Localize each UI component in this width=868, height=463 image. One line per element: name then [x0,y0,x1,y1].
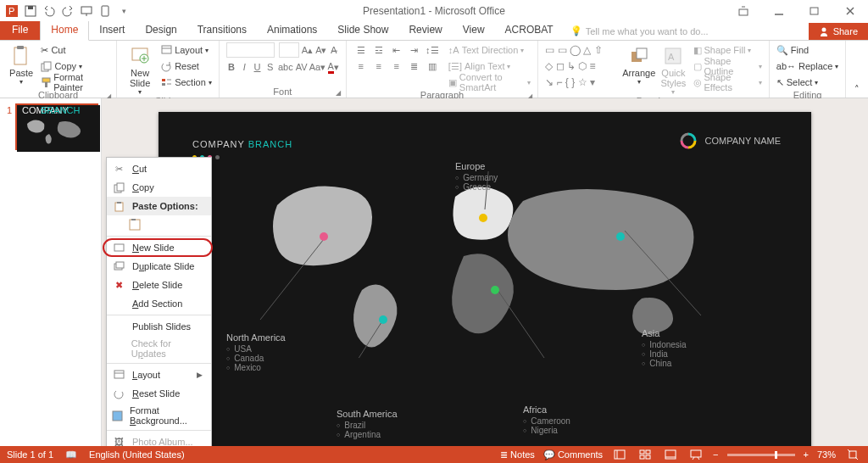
slide-editor[interactable]: COMPANY BRANCH COMPANY NAME [102,98,868,446]
pin-eu[interactable] [479,214,487,222]
slide-counter[interactable]: Slide 1 of 1 [7,449,53,460]
numbering-icon[interactable]: ☲ [371,42,387,58]
maximize-icon[interactable] [797,0,832,21]
ctx-reset-slide[interactable]: Reset Slide [107,384,211,403]
tell-me-input[interactable]: 💡Tell me what you want to do... [564,22,715,40]
undo-icon[interactable] [41,3,58,20]
zoom-out-icon[interactable]: − [713,449,718,460]
new-slide-button[interactable]: New Slide▾ [122,42,158,96]
language-status[interactable]: English (United States) [89,449,185,460]
format-painter-button[interactable]: Format Painter [39,75,111,90]
region-north-america[interactable]: North America USACanadaMexico [226,332,286,372]
region-asia[interactable]: Asia IndonesiaIndiaChina [642,328,687,368]
ctx-copy[interactable]: Copy [107,178,211,197]
close-icon[interactable] [832,0,868,21]
start-slideshow-icon[interactable] [78,3,95,20]
paste-button[interactable]: Paste▾ [5,42,37,90]
sorter-view-icon[interactable] [637,449,654,460]
section-button[interactable]: Section▾ [159,75,214,90]
cut-button[interactable]: ✂Cut [39,42,111,58]
indent-inc-icon[interactable]: ⇥ [407,42,422,58]
ribbon-display-icon[interactable] [726,0,761,21]
shape-effects-button[interactable]: ◎Shape Effects▾ [692,75,764,90]
fit-window-icon[interactable] [844,449,861,460]
ctx-duplicate-slide[interactable]: Duplicate Slide [107,257,211,276]
italic-button[interactable]: I [239,59,249,75]
shadow-button[interactable]: abc [278,59,293,75]
underline-button[interactable]: U [252,59,262,75]
region-africa[interactable]: Africa CameroonNigeria [523,404,570,435]
notes-button[interactable]: ≣ Notes [500,449,535,460]
align-center-icon[interactable]: ≡ [371,59,387,74]
spellcheck-icon[interactable]: 📖 [65,449,77,460]
case-button[interactable]: Aa▾ [310,59,326,75]
zoom-value[interactable]: 73% [817,449,836,460]
comments-button[interactable]: 💬 Comments [543,449,603,460]
grow-font-icon[interactable]: A▴ [302,42,313,58]
bold-button[interactable]: B [226,59,236,75]
dialog-launcher-icon[interactable]: ◢ [336,89,341,97]
qat-customize-icon[interactable]: ▾ [115,3,132,20]
ctx-format-background[interactable]: Format Background... [107,403,211,428]
reading-view-icon[interactable] [662,449,679,460]
tab-review[interactable]: Review [398,20,452,40]
minimize-icon[interactable] [761,0,797,21]
line-spacing-icon[interactable]: ↕☰ [425,42,440,58]
ctx-publish-slides[interactable]: Publish Slides [107,317,211,336]
ctx-layout[interactable]: Layout▶ [107,365,211,384]
ctx-add-section[interactable]: Add Section [107,294,211,313]
zoom-in-icon[interactable]: + [804,449,809,460]
strike-button[interactable]: S [265,59,275,75]
align-right-icon[interactable]: ≡ [389,59,404,74]
shrink-font-icon[interactable]: A▾ [315,42,326,58]
touchmode-icon[interactable] [97,3,114,20]
ctx-cut[interactable]: ✂Cut [107,159,211,178]
slide-thumbnail-1[interactable]: 1 COMPANYBRANCH [7,103,94,150]
tab-insert[interactable]: Insert [89,20,135,40]
tab-transitions[interactable]: Transitions [187,20,257,40]
arrange-button[interactable]: Arrange▾ [622,42,655,96]
convert-smartart-button[interactable]: ▣Convert to SmartArt▾ [447,75,532,90]
clear-format-icon[interactable]: A̶ [329,42,338,58]
quick-styles-button[interactable]: AQuick Styles▾ [657,42,689,96]
tab-animations[interactable]: Animations [257,20,327,40]
tab-design[interactable]: Design [135,20,186,40]
align-left-icon[interactable]: ≡ [353,59,369,74]
find-button[interactable]: 🔍Find [775,42,841,58]
save-icon[interactable] [22,3,39,20]
region-south-america[interactable]: South America BrazilArgentina [337,409,398,439]
pin-as[interactable] [616,232,625,241]
shapes-gallery[interactable]: ▭ ▭ ◯ △ ⇧ ◇ ◻ ↳ ⬡ ≡ ↘ ⌐ { } ☆ ▾ [543,42,620,96]
replace-button[interactable]: ab↔Replace▾ [775,59,841,74]
tab-acrobat[interactable]: ACROBAT [495,20,564,40]
region-europe[interactable]: Europe GermanyGreece [455,161,498,192]
bullets-icon[interactable]: ☰ [353,42,369,58]
tab-file[interactable]: File [0,20,40,40]
ctx-new-slide[interactable]: New Slide [107,238,211,257]
spacing-button[interactable]: AV [296,59,308,75]
pin-sa[interactable] [379,315,387,324]
font-color-button[interactable]: A▾ [328,59,339,75]
slideshow-view-icon[interactable] [687,449,704,460]
share-button[interactable]: Share [809,23,868,40]
zoom-slider[interactable] [727,454,795,456]
reset-button[interactable]: Reset [159,59,214,74]
normal-view-icon[interactable] [611,449,628,460]
select-button[interactable]: ↖Select▾ [775,75,841,90]
indent-dec-icon[interactable]: ⇤ [389,42,404,58]
pin-na[interactable] [320,232,328,241]
tab-view[interactable]: View [453,20,495,40]
company-name[interactable]: COMPANY NAME [680,132,781,149]
collapse-ribbon-icon[interactable]: ˄ [846,41,868,98]
tab-slideshow[interactable]: Slide Show [327,20,398,40]
columns-icon[interactable]: ▥ [425,59,440,74]
justify-icon[interactable]: ≣ [407,59,422,74]
pin-af[interactable] [491,286,499,294]
ctx-delete-slide[interactable]: ✖Delete Slide [107,276,211,294]
tab-home[interactable]: Home [40,20,89,41]
slide-canvas[interactable]: COMPANY BRANCH COMPANY NAME [159,112,811,451]
layout-button[interactable]: Layout▾ [159,42,214,58]
text-direction-button[interactable]: ↕AText Direction▾ [447,42,532,58]
ctx-paste-dest[interactable] [107,215,211,234]
redo-icon[interactable] [59,3,76,20]
